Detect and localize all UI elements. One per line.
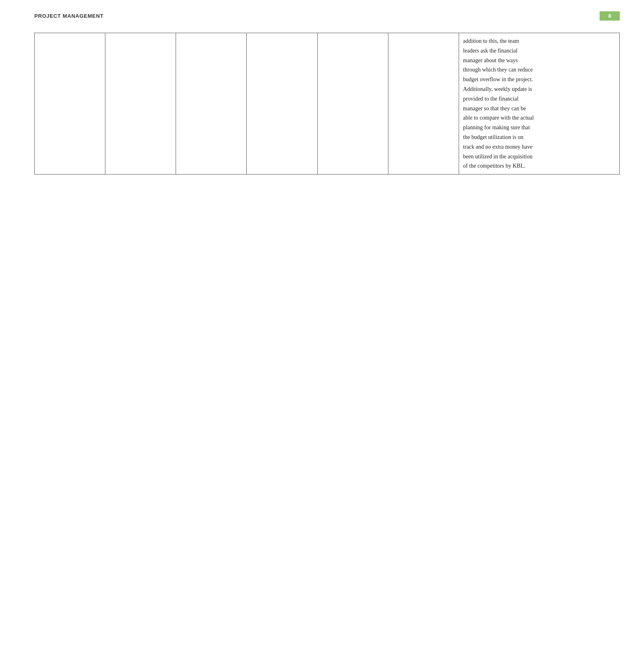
content-table: addition to this, the teamleaders ask th… <box>34 33 620 175</box>
text-line: provided to the financial <box>463 94 615 104</box>
text-line: the budget utilization is on <box>463 133 615 142</box>
table-row: addition to this, the teamleaders ask th… <box>35 33 620 175</box>
empty-cell-6 <box>388 33 459 175</box>
text-line: track and no extra money have <box>463 142 615 152</box>
text-line: manager about the ways <box>463 56 615 65</box>
empty-cell-4 <box>247 33 317 175</box>
page-header: PROJECT MANAGEMENT 8 <box>0 0 644 29</box>
page-number-box: 8 <box>600 11 620 21</box>
text-line: planning for making sure that <box>463 123 615 133</box>
page-title: PROJECT MANAGEMENT <box>34 13 103 19</box>
text-line: through which they can reduce <box>463 65 615 75</box>
text-line: been utilized in the acquisition <box>463 152 615 162</box>
text-line: addition to this, the team <box>463 36 615 46</box>
empty-cell-5 <box>317 33 388 175</box>
text-content: addition to this, the teamleaders ask th… <box>463 36 615 171</box>
table-container: addition to this, the teamleaders ask th… <box>0 29 644 191</box>
text-cell: addition to this, the teamleaders ask th… <box>459 33 619 175</box>
text-line: budget overflow in the project. <box>463 75 615 84</box>
text-line: of the competitors by KBL. <box>463 161 615 171</box>
text-line: leaders ask the financial <box>463 46 615 56</box>
empty-cell-1 <box>35 33 105 175</box>
empty-cell-3 <box>176 33 247 175</box>
text-line: able to compare with the actual <box>463 113 615 123</box>
text-line: Additionally, weekly update is <box>463 84 615 94</box>
empty-cell-2 <box>105 33 176 175</box>
text-line: manager so that they can be <box>463 104 615 114</box>
